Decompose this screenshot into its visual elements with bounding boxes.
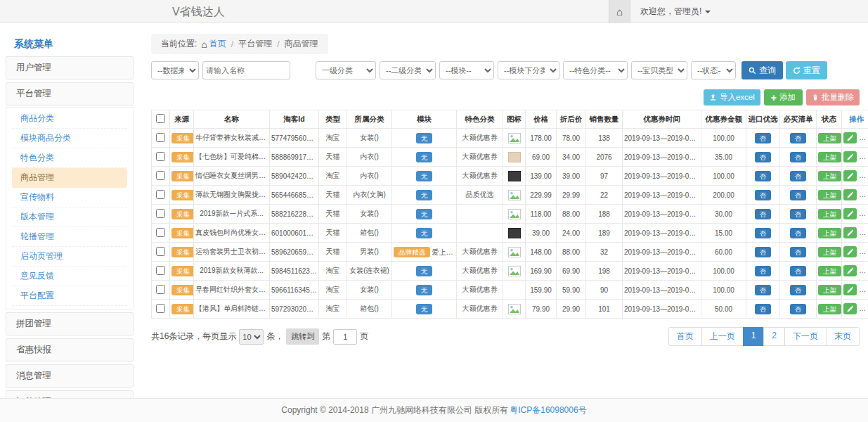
jump-button[interactable]: 跳转到	[286, 328, 319, 345]
row-checkbox[interactable]	[156, 209, 165, 218]
filter-select-2[interactable]: --二级分类--	[380, 61, 436, 79]
import-select-toggle[interactable]: 否	[755, 209, 772, 219]
edit-button[interactable]	[843, 151, 857, 162]
page-button-首页[interactable]: 首页	[668, 327, 702, 346]
status-toggle[interactable]: 上架	[818, 304, 841, 314]
edit-button[interactable]	[843, 284, 857, 295]
edit-button[interactable]	[843, 132, 857, 143]
status-toggle[interactable]: 上架	[818, 209, 841, 219]
import-select-toggle[interactable]: 否	[755, 247, 772, 257]
must-buy-toggle[interactable]: 否	[790, 285, 807, 295]
row-checkbox[interactable]	[156, 152, 165, 161]
search-button[interactable]: 查询	[741, 61, 783, 79]
must-buy-toggle[interactable]: 否	[790, 247, 807, 257]
row-checkbox[interactable]	[156, 133, 165, 142]
edit-button[interactable]	[843, 208, 857, 219]
row-checkbox[interactable]	[156, 285, 165, 294]
filter-select-5[interactable]: --特色分类--	[563, 61, 628, 79]
home-button[interactable]: ⌂	[609, 0, 630, 23]
import-select-toggle[interactable]: 否	[755, 152, 772, 162]
sidebar-group-1[interactable]: 平台管理	[6, 82, 134, 106]
sidebar-group-3[interactable]: 省惠快报	[6, 338, 134, 362]
batch-delete-button[interactable]: 批量删除	[806, 89, 860, 106]
status-toggle[interactable]: 上架	[818, 152, 841, 162]
sidebar-item-1-8[interactable]: 意见反馈	[12, 267, 127, 286]
row-checkbox[interactable]	[156, 247, 165, 256]
module-cell: 无	[392, 281, 457, 300]
edit-button[interactable]	[843, 189, 857, 200]
status-toggle[interactable]: 上架	[818, 247, 841, 257]
page-button-下一页[interactable]: 下一页	[784, 327, 827, 346]
sidebar-group-4[interactable]: 消息管理	[6, 364, 134, 388]
sidebar-item-1-7[interactable]: 启动页管理	[12, 247, 127, 267]
page-button-1[interactable]: 1	[743, 327, 765, 346]
import-select-toggle[interactable]: 否	[755, 266, 772, 276]
row-checkbox[interactable]	[156, 266, 165, 275]
sidebar-item-1-6[interactable]: 轮播管理	[12, 227, 127, 247]
status-toggle[interactable]: 上架	[818, 228, 841, 238]
name-search-input[interactable]	[202, 61, 290, 79]
sidebar-item-1-3[interactable]: 商品管理	[12, 168, 127, 188]
status-toggle[interactable]: 上架	[818, 190, 841, 200]
edit-button[interactable]	[843, 303, 857, 314]
page-button-上一页[interactable]: 上一页	[701, 327, 744, 346]
must-buy-toggle[interactable]: 否	[790, 190, 807, 200]
import-select-toggle[interactable]: 否	[755, 228, 772, 238]
breadcrumb-item-0[interactable]: 首页	[209, 38, 226, 50]
module-cell: 品牌精选 爱上运动	[392, 243, 457, 262]
import-excel-button[interactable]: 导入excel	[704, 89, 760, 106]
sidebar-item-1-5[interactable]: 版本管理	[12, 207, 127, 227]
reset-button[interactable]: 重置	[786, 61, 827, 79]
must-buy-toggle[interactable]: 否	[790, 209, 807, 219]
status-toggle[interactable]: 上架	[818, 266, 841, 276]
must-buy-toggle[interactable]: 否	[790, 304, 807, 314]
row-checkbox[interactable]	[156, 171, 165, 180]
must-buy-toggle[interactable]: 否	[790, 266, 807, 276]
user-menu[interactable]: 欢迎您，管理员!	[630, 0, 720, 23]
sidebar-item-1-1[interactable]: 模块商品分类	[12, 129, 127, 148]
sales-count-cell: 90	[586, 281, 623, 300]
icp-link[interactable]: 粤ICP备16098006号	[510, 404, 586, 416]
row-checkbox[interactable]	[156, 228, 165, 237]
status-toggle[interactable]: 上架	[818, 133, 841, 143]
import-select-toggle[interactable]: 否	[755, 304, 772, 314]
edit-button[interactable]	[843, 170, 857, 181]
edit-button[interactable]	[843, 227, 857, 238]
edit-button[interactable]	[843, 265, 857, 276]
filter-select-0[interactable]: --数据来源--	[151, 61, 199, 79]
sidebar-group-2[interactable]: 拼团管理	[6, 312, 134, 335]
select-all-checkbox[interactable]	[156, 114, 165, 123]
must-buy-toggle[interactable]: 否	[790, 152, 807, 162]
import-select-toggle[interactable]: 否	[755, 133, 772, 143]
sidebar-item-1-4[interactable]: 宣传物料	[12, 188, 127, 207]
import-select-toggle[interactable]: 否	[755, 190, 772, 200]
row-checkbox[interactable]	[156, 190, 165, 199]
import-select-toggle[interactable]: 否	[755, 285, 772, 295]
filter-select-6[interactable]: --宝贝类型--	[631, 61, 687, 79]
filter-select-7[interactable]: --状态--	[691, 61, 736, 79]
sidebar-item-1-0[interactable]: 商品分类	[12, 109, 127, 129]
discount-price-cell: 88.00	[557, 205, 586, 224]
operations-cell	[842, 300, 868, 319]
must-buy-toggle[interactable]: 否	[790, 228, 807, 238]
sidebar-item-1-9[interactable]: 平台配置	[12, 286, 127, 306]
status-toggle[interactable]: 上架	[818, 285, 841, 295]
coupon-time-cell: 2019-09-13—2019-09-20	[623, 224, 701, 243]
must-buy-toggle[interactable]: 否	[790, 133, 807, 143]
page-number-input[interactable]	[333, 329, 357, 345]
must-buy-toggle[interactable]: 否	[790, 171, 807, 181]
filter-select-3[interactable]: --模块--	[439, 61, 494, 79]
status-toggle[interactable]: 上架	[818, 171, 841, 181]
discount-price-cell: 29.99	[557, 186, 586, 205]
filter-select-1[interactable]: 一级分类	[316, 61, 376, 79]
row-checkbox[interactable]	[156, 304, 165, 313]
page-button-末页[interactable]: 末页	[826, 327, 860, 346]
per-page-select[interactable]: 10	[239, 329, 264, 345]
filter-select-4[interactable]: --模块下分类--	[498, 61, 559, 79]
edit-button[interactable]	[843, 246, 857, 257]
page-button-2[interactable]: 2	[763, 327, 785, 346]
import-select-toggle[interactable]: 否	[755, 171, 772, 181]
sidebar-group-0[interactable]: 用户管理	[6, 56, 134, 79]
sidebar-item-1-2[interactable]: 特色分类	[12, 148, 127, 168]
add-button[interactable]: + 添加	[764, 89, 803, 106]
